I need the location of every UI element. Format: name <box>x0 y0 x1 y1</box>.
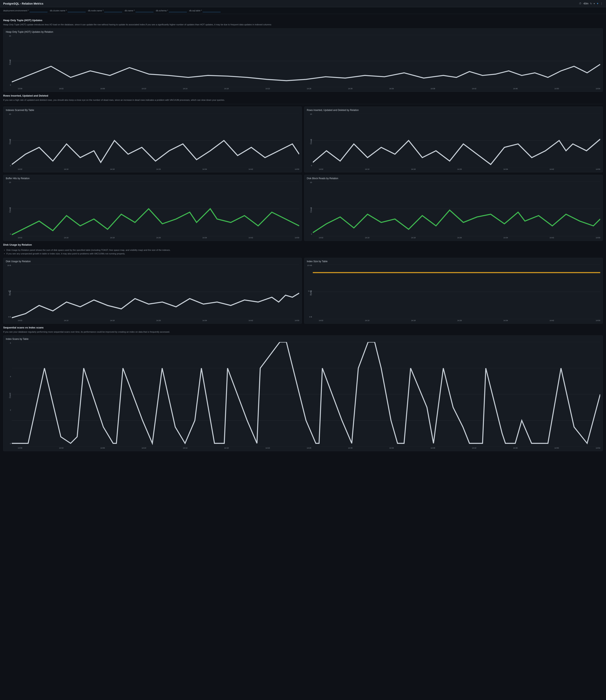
filter-db-cluster-name-label: db.cluster.name * <box>50 9 67 12</box>
index-scans-container: Count 13:58 14:02 14:06 14:10 14:14 <box>12 342 600 449</box>
settings-icon[interactable]: ⋮ <box>600 2 603 5</box>
hot-updates-chart-container: Count 13:58 14:02 14:06 14:10 14:14 14:1… <box>12 35 600 90</box>
rows-by-relation-x-axis: 14:02 14:10 14:18 14:26 14:34 14:42 14:5… <box>319 168 600 170</box>
indexes-scanned-area: 10 5 0 Count 14:02 14:10 14:18 <box>6 113 299 170</box>
filter-db-cluster-name: db.cluster.name * <box>50 9 86 12</box>
index-size-title: Index Size by Table <box>307 260 600 263</box>
hot-updates-svg <box>12 35 600 87</box>
filter-db-node-name-label: db.node.name * <box>88 9 103 12</box>
filter-db-schema: db.schema * <box>156 9 187 12</box>
sequential-section-description: If you see your database regularly perfo… <box>3 330 603 334</box>
indexes-scanned-x-axis: 14:02 14:10 14:18 14:26 14:34 14:42 14:5… <box>18 168 299 170</box>
hot-updates-x-axis: 13:58 14:02 14:06 14:10 14:14 14:18 14:2… <box>18 88 600 90</box>
indexes-scanned-panel: Indexes Scanned By Table 10 5 0 Count <box>3 106 302 172</box>
rows-by-relation-y-label: Count <box>310 139 312 144</box>
disk-block-reads-area: 10 5 0 Count 14:02 14:10 14:18 <box>307 182 600 238</box>
charts-row-3: Disk Usage by Relation 10 B 5 B 0 B Byte… <box>3 258 603 324</box>
filter-db-node-name: db.node.name * <box>88 9 122 12</box>
rows-by-relation-panel: Rows Inserted, Updated and Deleted by Re… <box>304 106 603 172</box>
rows-by-relation-title: Rows Inserted, Updated and Deleted by Re… <box>307 109 600 112</box>
indexes-scanned-y-label: Count <box>9 139 11 144</box>
filter-db-name-label: db.name * <box>124 9 135 12</box>
refresh-icon[interactable]: ↻ <box>590 2 592 5</box>
disk-block-reads-x-axis: 14:02 14:10 14:18 14:26 14:34 14:42 14:5… <box>319 237 600 239</box>
index-size-container: Bytes 14:02 14:10 14:18 14:26 14:34 <box>313 264 600 321</box>
index-scans-x-axis: 13:58 14:02 14:06 14:10 14:14 14:18 14:2… <box>18 447 600 449</box>
disk-usage-bullet-2: If you see any unexpected growth in tabl… <box>3 252 603 256</box>
chevron-down-icon[interactable]: ▾ <box>593 2 595 5</box>
indexes-scanned-container: Count 14:02 14:10 14:18 14:26 14:34 14:4… <box>12 113 299 170</box>
index-scans-by-table-panel: Index Scans by Table 6 4 2 0 Count <box>3 335 603 451</box>
index-size-area: 10 KB 5 KB 0 B Bytes 14:02 14: <box>307 264 600 321</box>
hot-updates-y-label: Count <box>9 59 11 65</box>
charts-row-2: Buffer Hits by Relation 10 5 0 Count <box>3 175 603 241</box>
index-size-x-axis: 14:02 14:10 14:18 14:26 14:34 14:42 14:5… <box>319 319 600 321</box>
disk-block-reads-svg <box>313 182 600 236</box>
hot-updates-chart-area: 10 5 0 Count 13:58 14:02 14:06 <box>6 35 600 90</box>
index-scans-by-table-area: 6 4 2 0 Count 13:58 <box>6 342 600 449</box>
filter-db-cluster-name-input[interactable] <box>68 9 86 12</box>
indexes-scanned-svg <box>12 113 299 168</box>
indexes-scanned-title: Indexes Scanned By Table <box>6 109 299 112</box>
index-size-svg <box>313 264 600 319</box>
buffer-hits-svg <box>12 182 299 236</box>
disk-usage-chart-area: 10 B 5 B 0 B Bytes 14:02 14:10 <box>6 264 299 321</box>
time-range[interactable]: -60m <box>583 2 588 5</box>
filter-db-sql-table: db.sql.table * <box>189 9 221 12</box>
disk-usage-section-title: Disk Usage by Relation <box>3 243 603 246</box>
main-content: Heap Only Tuple (HOT) Updates Heap Only … <box>0 14 606 456</box>
filter-bar: deployment.environment * db.cluster.name… <box>0 7 606 14</box>
buffer-hits-y-label: Count <box>9 207 11 213</box>
disk-usage-bullet-1: Disk Usage by Relation panel shows the s… <box>3 248 603 252</box>
disk-usage-chart-container: Bytes 14:02 14:10 14:18 14:26 14:34 14:4… <box>12 264 299 321</box>
filter-db-name-input[interactable] <box>136 9 154 12</box>
rows-by-relation-container: Count 14:02 14:10 14:18 14:26 14:34 14:4… <box>313 113 600 170</box>
disk-block-reads-title: Disk Block Reads by Relation <box>307 177 600 180</box>
hot-updates-chart-panel: Heap Only Tuple (HOT) Updates by Relatio… <box>3 28 603 92</box>
sequential-section-title: Sequential scans vs Index scans <box>3 326 603 329</box>
page-title: PostgreSQL - Relation Metrics <box>3 2 43 5</box>
disk-usage-chart-panel: Disk Usage by Relation 10 B 5 B 0 B Byte… <box>3 258 302 324</box>
buffer-hits-title: Buffer Hits by Relation <box>6 177 299 180</box>
disk-usage-bullets: Disk Usage by Relation panel shows the s… <box>3 247 603 256</box>
header: PostgreSQL - Relation Metrics ⏱ -60m ↻ ▾… <box>0 0 606 7</box>
filter-db-schema-input[interactable] <box>169 9 187 12</box>
hot-updates-title: Heap Only Tuple (HOT) Updates <box>3 19 603 22</box>
filter-db-name: db.name * <box>124 9 153 12</box>
hot-updates-description: Heap Only Tuple (HOT) update introduces … <box>3 23 603 26</box>
index-scans-by-table-title: Index Scans by Table <box>6 338 600 340</box>
rows-section-description: If you see a high rate of updated and de… <box>3 98 603 102</box>
index-size-y-label: Bytes <box>310 290 312 295</box>
rows-by-relation-svg <box>313 113 600 168</box>
buffer-hits-container: Count 14:02 14:10 14:18 14:26 14:34 14:4… <box>12 182 299 238</box>
hot-updates-chart-title: Heap Only Tuple (HOT) Updates by Relatio… <box>6 30 600 33</box>
rows-section-title: Rows Inserted, Updated and Deleted <box>3 94 603 97</box>
index-scans-y-label: Count <box>9 393 11 398</box>
filter-db-sql-table-label: db.sql.table * <box>189 9 202 12</box>
filter-db-schema-label: db.schema * <box>156 9 168 12</box>
clock-icon: ⏱ <box>579 2 581 5</box>
disk-block-reads-y-label: Count <box>310 207 312 213</box>
disk-block-reads-container: Count 14:02 14:10 14:18 14:26 14:34 14:4… <box>313 182 600 238</box>
buffer-hits-x-axis: 14:02 14:10 14:18 14:26 14:34 14:42 14:5… <box>18 237 299 239</box>
disk-usage-svg <box>12 264 299 319</box>
index-scans-svg <box>12 342 600 446</box>
header-controls: ⏱ -60m ↻ ▾ ▼ ⋮ <box>579 2 603 5</box>
filter-db-node-name-input[interactable] <box>104 9 122 12</box>
filter-deployment-environment-label: deployment.environment * <box>3 9 29 12</box>
filter-deployment-environment: deployment.environment * <box>3 9 47 12</box>
rows-by-relation-area: 10 5 0 Count 14:02 14:10 14:18 <box>307 113 600 170</box>
filter-db-sql-table-input[interactable] <box>203 9 220 12</box>
disk-usage-x-axis: 14:02 14:10 14:18 14:26 14:34 14:42 14:5… <box>18 319 299 321</box>
filter-icon[interactable]: ▼ <box>597 2 599 5</box>
disk-usage-chart-title: Disk Usage by Relation <box>6 260 299 263</box>
index-size-panel: Index Size by Table 10 KB 5 KB 0 B Bytes <box>304 258 603 324</box>
disk-block-reads-panel: Disk Block Reads by Relation 10 5 0 Coun… <box>304 175 603 241</box>
charts-row-1: Indexes Scanned By Table 10 5 0 Count <box>3 106 603 172</box>
buffer-hits-panel: Buffer Hits by Relation 10 5 0 Count <box>3 175 302 241</box>
disk-usage-y-label: Bytes <box>9 290 11 295</box>
filter-deployment-environment-input[interactable] <box>29 9 47 12</box>
buffer-hits-area: 10 5 0 Count 14:02 14:10 14:18 <box>6 182 299 238</box>
